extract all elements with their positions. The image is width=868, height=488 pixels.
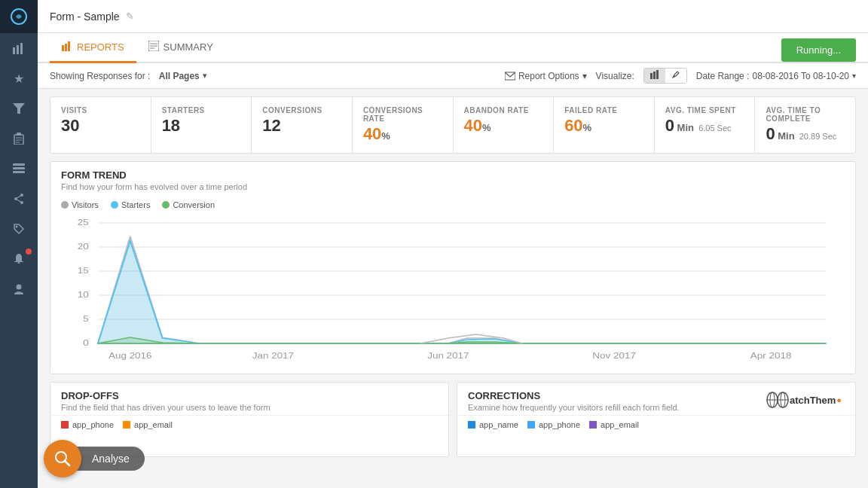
svg-marker-51 (98, 236, 827, 343)
toolbar: Showing Responses for : All Pages ▾ Repo… (38, 63, 868, 89)
stat-starters-label: STARTERS (162, 106, 241, 114)
tab-reports[interactable]: REPORTS (50, 33, 136, 63)
sidebar-item-notification[interactable] (0, 244, 38, 274)
svg-line-18 (16, 199, 22, 203)
visualize-toggle (643, 68, 687, 84)
legend-visitors: Visitors (61, 200, 99, 209)
legend-conversions: Conversion (162, 200, 215, 209)
sidebar-logo (0, 0, 38, 33)
svg-rect-22 (62, 45, 64, 51)
page-title: Form - Sample (50, 11, 120, 23)
legend-corr-app-name-sq (468, 421, 475, 429)
reports-tab-icon (62, 41, 72, 53)
drop-offs-legend: app_phone app_email (50, 416, 448, 434)
analyse-circle-icon[interactable] (44, 440, 81, 477)
svg-rect-1 (13, 47, 15, 54)
viz-bar-button[interactable] (644, 69, 665, 83)
svg-text:Jan 2017: Jan 2017 (252, 351, 295, 361)
topbar: Form - Sample ✎ (38, 0, 868, 33)
legend-corr-app-phone: app_phone (527, 420, 580, 429)
svg-rect-24 (68, 41, 70, 51)
svg-text:0: 0 (83, 338, 89, 348)
sidebar-item-user[interactable] (0, 274, 38, 304)
stat-failed-label: FAILED RATE (564, 106, 643, 114)
legend-corr-app-name: app_name (468, 420, 518, 429)
tabs-bar: REPORTS SUMMARY Running... (38, 33, 868, 63)
sidebar-item-star[interactable]: ★ (0, 63, 38, 93)
svg-rect-12 (13, 167, 25, 169)
sidebar-item-list[interactable] (0, 154, 38, 184)
stat-visits-label: VISITS (61, 106, 140, 114)
showing-label: Showing Responses for : All Pages ▾ (50, 71, 207, 81)
svg-text:10: 10 (78, 290, 89, 300)
svg-rect-11 (13, 163, 25, 166)
sidebar-item-reports[interactable] (0, 33, 38, 63)
date-range-caret: ▾ (852, 72, 856, 80)
bottom-row: DROP-OFFS Find the field that has driven… (50, 382, 856, 457)
summary-tab-icon (148, 41, 159, 53)
svg-rect-20 (18, 262, 20, 264)
report-options-label: Report Options (518, 71, 579, 81)
chart-legend: Visitors Starters Conversion (61, 200, 845, 209)
stat-visits: VISITS 30 (50, 97, 151, 153)
stats-row: VISITS 30 STARTERS 18 CONVERSIONS 12 CON… (50, 96, 856, 154)
svg-rect-2 (17, 45, 19, 54)
form-trend-chart-area: Visitors Starters Conversion (50, 194, 855, 374)
form-trend-section: FORM TREND Find how your form has evolve… (50, 161, 856, 374)
legend-starters: Starters (111, 200, 151, 209)
notification-dot (26, 249, 32, 255)
stat-conversions-value: 12 (262, 116, 341, 136)
svg-point-19 (16, 226, 18, 228)
report-options-caret: ▾ (582, 71, 587, 81)
form-trend-subtitle: Find how your form has evolved over a ti… (61, 182, 845, 191)
stat-conv-rate-value: 40% (363, 124, 442, 144)
viz-pencil-button[interactable] (665, 69, 686, 83)
corrections-legend: app_name app_phone app_email (457, 416, 855, 434)
legend-visitors-dot (61, 201, 69, 209)
reports-tab-label: REPORTS (77, 41, 124, 53)
edit-icon[interactable]: ✎ (126, 11, 134, 22)
report-options-button[interactable]: Report Options ▾ (505, 71, 587, 81)
sidebar-item-clipboard[interactable] (0, 124, 38, 154)
chart-container: 25 20 15 10 5 0 Aug 2016 Jan 2017 Jun 20… (61, 215, 845, 366)
svg-text:25: 25 (78, 218, 89, 227)
sidebar-item-share[interactable] (0, 184, 38, 214)
svg-text:Apr 2018: Apr 2018 (750, 351, 792, 361)
svg-marker-52 (98, 241, 827, 343)
date-range-value[interactable]: 08-08-2016 To 08-10-20 (752, 71, 849, 81)
visualize-label: Visualize: (596, 71, 634, 81)
envelope-icon (505, 72, 515, 81)
stat-failed-rate: FAILED RATE 60% (554, 97, 655, 153)
analyse-overlay: Analyse (44, 443, 145, 474)
svg-line-60 (65, 461, 69, 465)
running-button[interactable]: Running... (781, 38, 856, 62)
svg-rect-13 (13, 171, 25, 173)
svg-rect-31 (653, 72, 656, 79)
watchthem-logo: atchThem ● (766, 390, 845, 408)
stat-avg-time-complete-value: 0 Min 20.89 Sec (766, 124, 845, 144)
drop-offs-header: DROP-OFFS Find the field that has driven… (50, 383, 448, 416)
legend-corr-app-email: app_email (589, 420, 639, 429)
stat-conversions-label: CONVERSIONS (262, 106, 341, 114)
form-trend-title: FORM TREND (61, 169, 845, 181)
sidebar-item-filter[interactable] (0, 93, 38, 124)
tab-summary[interactable]: SUMMARY (136, 33, 225, 63)
svg-line-17 (16, 195, 22, 199)
date-range: Date Range : 08-08-2016 To 08-10-20 ▾ (696, 71, 856, 81)
stat-avg-time-spent: AVG. TIME SPENT 0 Min 6.05 Sec (655, 97, 756, 153)
sidebar-item-tag[interactable] (0, 214, 38, 244)
stat-avg-time-complete-label: AVG. TIME TO COMPLETE (766, 106, 845, 123)
corrections-section: CORRECTIONS Examine how frequently your … (457, 382, 856, 457)
main-content: Form - Sample ✎ REPORTS SUMMARY Running.… (38, 0, 868, 488)
svg-rect-3 (20, 43, 23, 54)
showing-value: All Pages (159, 71, 200, 81)
legend-app-email: app_email (123, 420, 173, 429)
legend-app-phone: app_phone (61, 420, 114, 429)
drop-offs-subtitle: Find the field that has driven your user… (61, 403, 438, 412)
svg-rect-7 (17, 133, 21, 136)
svg-marker-5 (13, 103, 25, 114)
svg-rect-4 (24, 46, 26, 54)
main-scroll-area: FORM TREND Find how your form has evolve… (38, 161, 868, 488)
stat-failed-value: 60% (564, 116, 643, 136)
showing-dropdown[interactable]: ▾ (203, 71, 207, 81)
